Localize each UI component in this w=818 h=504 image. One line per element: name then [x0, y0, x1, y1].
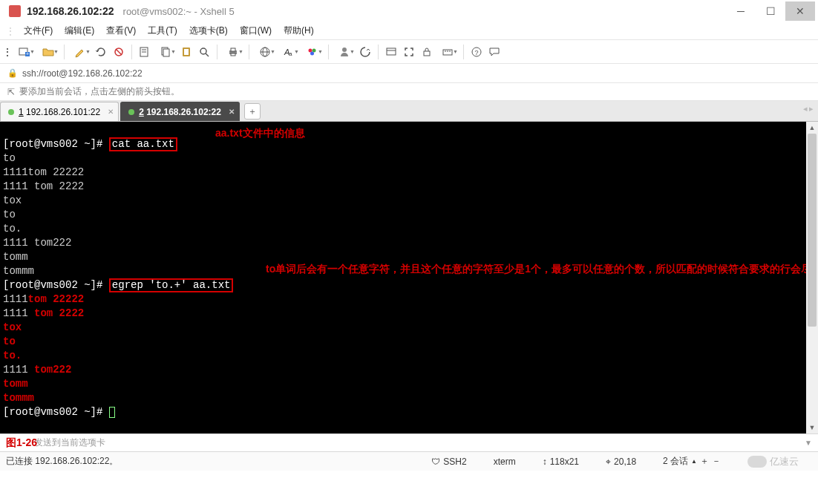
titlebar: 192.168.26.102:22 root@vms002:~ - Xshell…: [0, 0, 818, 22]
new-session-button[interactable]: +▼: [13, 44, 36, 60]
tab-prev-icon[interactable]: ◂: [803, 104, 808, 114]
paste-button[interactable]: [178, 44, 194, 60]
menubar: ⋮ 文件(F) 编辑(E) 查看(V) 工具(T) 选项卡(B) 窗口(W) 帮…: [0, 22, 818, 40]
close-button[interactable]: ✕: [785, 1, 815, 21]
tab-close-icon[interactable]: ✕: [229, 108, 235, 116]
open-button[interactable]: ▼: [37, 44, 59, 60]
status-size: 118x21: [550, 456, 579, 467]
scroll-up-icon[interactable]: ▲: [806, 122, 818, 134]
copy-button[interactable]: ▼: [154, 44, 177, 60]
edit-button[interactable]: ▼: [69, 44, 91, 60]
plus-icon[interactable]: ＋: [700, 455, 709, 468]
lang-button[interactable]: ▼: [254, 44, 276, 60]
minimize-button[interactable]: ─: [726, 1, 756, 21]
tab-bar: 1 192.168.26.101:22 ✕ 2 192.168.26.102:2…: [0, 101, 818, 122]
output-line: 1111 tom 2222: [3, 180, 84, 192]
properties-button[interactable]: [137, 44, 153, 60]
prompt: [root@vms002 ~]#: [3, 279, 102, 291]
grip-icon: ⋮: [3, 47, 12, 57]
scrollbar[interactable]: ▲ ▼: [806, 122, 818, 433]
status-connection: 已连接 192.168.26.102:22。: [6, 455, 118, 468]
output-line: 1111tom 22222: [3, 166, 84, 178]
svg-rect-11: [184, 49, 189, 55]
toolbar: ⋮ +▼ ▼ ▼ ▼ ▼ ▼ Aa▼ ▼ ▼ ▼ ?: [0, 40, 818, 64]
minus-icon[interactable]: －: [712, 455, 721, 468]
command-2: egrep 'to.+' aa.txt: [109, 278, 234, 292]
output-line: to.: [3, 223, 22, 235]
address-url[interactable]: ssh://root@192.168.26.102:22: [22, 68, 143, 79]
menu-view[interactable]: 查看(V): [100, 23, 142, 39]
chevron-up-icon[interactable]: ▲: [691, 458, 697, 465]
svg-line-13: [206, 53, 209, 56]
svg-rect-29: [443, 50, 452, 55]
svg-text:a: a: [289, 50, 292, 57]
svg-text:?: ?: [474, 49, 478, 56]
output-line: 1111: [3, 364, 34, 376]
menu-file[interactable]: 文件(F): [18, 23, 59, 39]
keyboard-button[interactable]: ▼: [436, 44, 459, 60]
lock-button[interactable]: [419, 44, 435, 60]
output-line: 1111 tom222: [3, 237, 71, 249]
tab-next-icon[interactable]: ▸: [809, 104, 814, 114]
svg-rect-16: [231, 53, 235, 56]
session-button[interactable]: [383, 44, 399, 60]
match: to: [3, 336, 16, 347]
tab-1-index: 1: [19, 107, 24, 117]
lock-icon: 🔒: [7, 68, 18, 78]
cursor-pos-icon: ⌖: [606, 456, 611, 467]
tab-1-label: 192.168.26.101:22: [24, 107, 100, 117]
transfer-button[interactable]: [357, 44, 373, 60]
prompt: [root@vms002 ~]#: [3, 138, 102, 150]
compose-row: 图1-26 发送到当前选项卡 ▼: [0, 433, 818, 451]
grip-icon: ⋮: [6, 26, 15, 36]
rows-icon: ↕: [543, 456, 547, 467]
color-button[interactable]: ▼: [301, 44, 324, 60]
scroll-down-icon[interactable]: ▼: [806, 422, 818, 433]
menu-edit[interactable]: 编辑(E): [59, 23, 100, 39]
svg-rect-26: [387, 48, 396, 55]
svg-line-4: [116, 49, 122, 55]
status-bar: 已连接 192.168.26.102:22。 🛡SSH2 xterm ↕118x…: [0, 451, 818, 471]
cloud-icon: [747, 456, 767, 468]
svg-text:+: +: [26, 51, 29, 56]
terminal-area: [root@vms002 ~]# cat aa.txt to 1111tom 2…: [0, 122, 818, 433]
compose-dropdown-icon[interactable]: ▼: [805, 439, 812, 447]
menu-window[interactable]: 窗口(W): [234, 23, 278, 39]
output-line: 1111: [3, 307, 34, 319]
match: tox: [3, 321, 22, 333]
compose-hint[interactable]: 发送到当前选项卡: [34, 436, 105, 449]
new-tab-button[interactable]: ＋: [244, 103, 261, 120]
menu-tools[interactable]: 工具(T): [142, 23, 183, 39]
title-ip: 192.168.26.102:22: [27, 5, 114, 17]
tab-1[interactable]: 1 192.168.26.101:22 ✕: [0, 102, 119, 121]
status-dot-icon: [128, 109, 134, 115]
menu-help[interactable]: 帮助(H): [278, 23, 320, 39]
terminal[interactable]: [root@vms002 ~]# cat aa.txt to 1111tom 2…: [0, 122, 806, 433]
reconnect-button[interactable]: [93, 44, 109, 60]
status-dot-icon: [8, 109, 14, 115]
font-button[interactable]: Aa▼: [278, 44, 300, 60]
fullscreen-button[interactable]: [401, 44, 417, 60]
tab-2-index: 2: [139, 107, 144, 117]
maximize-button[interactable]: ☐: [756, 1, 785, 21]
match: tomm: [3, 378, 28, 390]
match: tommm: [3, 392, 34, 404]
annotation-2: to单词后会有一个任意字符，并且这个任意的字符至少是1个，最多可以任意的个数，所…: [266, 259, 785, 279]
arrow-icon[interactable]: ⇱: [7, 87, 15, 97]
watermark: 亿速云: [747, 455, 799, 468]
menu-tabs[interactable]: 选项卡(B): [183, 23, 234, 39]
scroll-thumb[interactable]: [808, 134, 817, 327]
user-button[interactable]: ▼: [333, 44, 356, 60]
tab-close-icon[interactable]: ✕: [108, 108, 114, 116]
address-bar: 🔒 ssh://root@192.168.26.102:22: [0, 64, 818, 83]
help-button[interactable]: ?: [468, 44, 485, 60]
svg-point-24: [310, 51, 314, 55]
print-button[interactable]: ▼: [222, 44, 244, 60]
disconnect-button[interactable]: [111, 44, 127, 60]
tab-2-label: 192.168.26.102:22: [144, 107, 221, 117]
find-button[interactable]: [196, 44, 212, 60]
tab-2[interactable]: 2 192.168.26.102:22 ✕: [120, 102, 240, 121]
output-line: to: [3, 209, 16, 220]
chat-button[interactable]: [486, 44, 503, 60]
status-pos: 20,18: [614, 456, 636, 467]
